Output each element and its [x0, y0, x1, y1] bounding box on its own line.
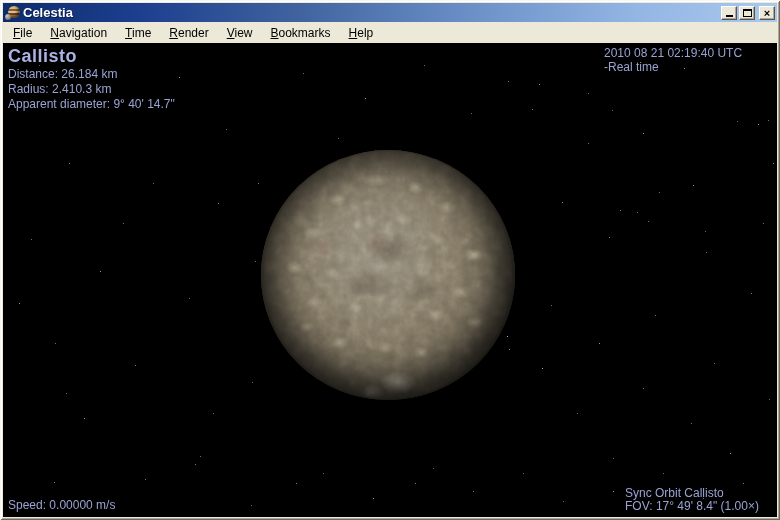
minimize-icon: [726, 15, 733, 17]
star: [648, 221, 649, 222]
render-viewport[interactable]: Callisto Distance: 26.184 km Radius: 2.4…: [3, 43, 777, 517]
hud-flight-status: Sync Orbit Callisto FOV: 17° 49' 8.4" (1…: [625, 487, 759, 513]
star: [613, 491, 614, 492]
star: [763, 223, 764, 224]
star: [54, 482, 55, 483]
star: [599, 343, 600, 344]
star: [424, 65, 425, 66]
star: [655, 315, 656, 316]
hud-speed: Speed: 0.00000 m/s: [8, 498, 115, 513]
star: [258, 183, 259, 184]
selection-apparent-diameter: Apparent diameter: 9° 40' 14.7": [8, 97, 175, 112]
menu-item-bookmarks[interactable]: Bookmarks: [265, 24, 337, 42]
star: [179, 77, 180, 78]
window-controls: ×: [721, 6, 775, 20]
star: [373, 498, 374, 499]
star: [195, 464, 196, 465]
star: [473, 491, 474, 492]
star: [643, 388, 644, 389]
star: [252, 382, 253, 383]
star: [69, 163, 70, 164]
star: [613, 458, 614, 459]
menu-item-render[interactable]: Render: [163, 24, 214, 42]
star: [773, 163, 774, 164]
celestia-window: Celestia × FileNavigationTimeRenderViewB…: [0, 0, 780, 520]
star: [643, 133, 644, 134]
maximize-icon: [743, 9, 752, 17]
star: [135, 365, 136, 366]
star: [551, 305, 552, 306]
star: [637, 212, 638, 213]
star: [562, 202, 563, 203]
star: [730, 453, 731, 454]
hud-selection-info: Callisto Distance: 26.184 km Radius: 2.4…: [8, 46, 175, 112]
maximize-button[interactable]: [739, 6, 755, 20]
star: [769, 399, 770, 400]
star: [743, 483, 744, 484]
star: [296, 483, 297, 484]
star: [758, 124, 759, 125]
star: [251, 505, 252, 506]
star: [706, 252, 707, 253]
star: [338, 138, 339, 139]
star: [563, 501, 564, 502]
planet-limb-shading: [261, 150, 515, 400]
star: [123, 223, 124, 224]
star: [303, 73, 304, 74]
star: [415, 483, 416, 484]
star: [189, 298, 190, 299]
selection-radius: Radius: 2.410.3 km: [8, 82, 175, 97]
app-icon: [5, 5, 20, 20]
star: [471, 113, 472, 114]
fov-readout: FOV: 17° 49' 8.4" (1.00×): [625, 500, 759, 513]
star: [714, 363, 715, 364]
star: [523, 473, 524, 474]
star: [609, 237, 610, 238]
star: [737, 121, 738, 122]
star: [751, 293, 752, 294]
star: [255, 261, 256, 262]
menubar: FileNavigationTimeRenderViewBookmarksHel…: [3, 22, 777, 43]
clock-datetime: 2010 08 21 02:19:40 UTC: [604, 46, 742, 60]
star: [588, 93, 589, 94]
star: [693, 185, 694, 186]
star: [433, 468, 434, 469]
star: [691, 423, 692, 424]
menu-item-help[interactable]: Help: [343, 24, 380, 42]
selected-object-name: Callisto: [8, 46, 175, 67]
close-button[interactable]: ×: [759, 6, 775, 20]
star: [323, 473, 324, 474]
star: [588, 143, 589, 144]
star: [200, 456, 201, 457]
star: [100, 271, 101, 272]
planet-callisto[interactable]: [261, 150, 515, 400]
star: [705, 231, 706, 232]
menu-item-file[interactable]: File: [7, 24, 38, 42]
star: [365, 98, 366, 99]
close-icon: ×: [764, 8, 770, 18]
star: [659, 192, 660, 193]
clock-timescale: -Real time: [604, 60, 742, 74]
menu-item-view[interactable]: View: [221, 24, 259, 42]
star: [542, 368, 543, 369]
menu-item-navigation[interactable]: Navigation: [44, 24, 113, 42]
star: [532, 109, 533, 110]
star: [213, 413, 214, 414]
star: [620, 210, 621, 211]
window-title: Celestia: [23, 5, 73, 20]
hud-clock: 2010 08 21 02:19:40 UTC -Real time: [604, 46, 742, 74]
star: [19, 303, 20, 304]
star: [577, 413, 578, 414]
titlebar[interactable]: Celestia ×: [3, 3, 777, 22]
star: [145, 479, 146, 480]
app-icon-moon: [5, 14, 11, 20]
minimize-button[interactable]: [721, 6, 737, 20]
menu-item-time[interactable]: Time: [119, 24, 157, 42]
star: [66, 393, 67, 394]
star: [612, 110, 613, 111]
star: [153, 183, 154, 184]
star: [218, 203, 219, 204]
star: [508, 81, 509, 82]
star: [84, 418, 85, 419]
selection-distance: Distance: 26.184 km: [8, 67, 175, 82]
